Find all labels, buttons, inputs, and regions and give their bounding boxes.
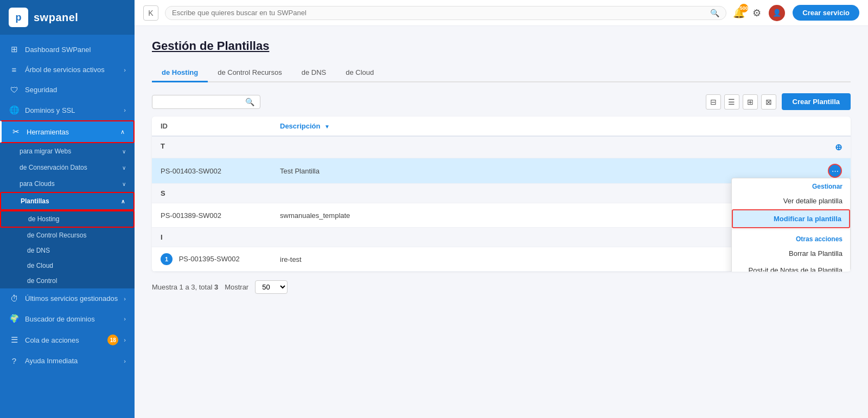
sidebar-item-de-hosting[interactable]: de Hosting xyxy=(0,210,135,228)
group-letter-I: I xyxy=(161,233,163,241)
sidebar-item-de-cloud[interactable]: de Cloud xyxy=(0,258,135,273)
ayuda-arrow-icon: › xyxy=(124,358,126,364)
pagination-mostrar-label: Mostrar xyxy=(225,283,248,291)
page-size-select[interactable]: 50 100 200 xyxy=(255,280,288,294)
sidebar-item-conservacion-label: de Conservación Datos xyxy=(20,164,87,171)
context-menu-ver-detalle[interactable]: Ver detalle plantilla xyxy=(732,192,850,209)
view-grid-button[interactable]: ⊟ xyxy=(706,94,721,110)
group-letter-S: S xyxy=(161,189,165,197)
context-menu-divider xyxy=(732,229,850,230)
col-header-id: ID xyxy=(152,117,271,136)
topbar-actions: 🔔 500 ⚙ 👤 Crear servicio xyxy=(733,5,859,21)
cola-badge: 18 xyxy=(107,335,118,345)
filter-search-icon: 🔍 xyxy=(245,98,254,106)
conservacion-arrow-icon: ∨ xyxy=(122,165,126,171)
pagination-bar: Muestra 1 a 3, total 3 Mostrar 50 100 20… xyxy=(152,280,851,294)
sidebar-item-seguridad[interactable]: 🛡 Seguridad xyxy=(0,80,135,100)
logo-letter: p xyxy=(16,12,22,23)
tab-hosting[interactable]: de Hosting xyxy=(152,64,208,82)
sort-arrow-icon: ▼ xyxy=(324,124,330,130)
context-menu-otras-acciones-label: Otras acciones xyxy=(732,231,850,245)
ayuda-icon: ? xyxy=(9,356,20,365)
sidebar-item-ayuda[interactable]: ? Ayuda Inmediata › xyxy=(0,351,135,371)
buscador-arrow-icon: › xyxy=(124,316,126,322)
sidebar: p swpanel ⊞ Dashboard SWPanel ≡ Árbol de… xyxy=(0,0,135,418)
seguridad-icon: 🛡 xyxy=(9,85,20,94)
plantillas-arrow-icon: ∧ xyxy=(121,198,125,204)
sidebar-item-de-control-label: de Control xyxy=(27,277,57,285)
filter-input[interactable] xyxy=(158,98,241,106)
sidebar-item-cola[interactable]: ☰ Cola de acciones 18 › xyxy=(0,329,135,351)
notifications-badge: 500 xyxy=(739,4,748,12)
crear-servicio-button[interactable]: Crear servicio xyxy=(793,5,859,21)
topbar: K 🔍 🔔 500 ⚙ 👤 Crear servicio xyxy=(135,0,868,26)
sidebar-item-seguridad-label: Seguridad xyxy=(25,86,126,94)
context-menu-gestionar-label: Gestionar xyxy=(732,178,850,192)
context-menu-modificar[interactable]: Modificar la plantilla xyxy=(732,209,850,228)
main-wrapper: K 🔍 🔔 500 ⚙ 👤 Crear servicio Gestión de … xyxy=(135,0,868,418)
sidebar-item-conservacion[interactable]: de Conservación Datos ∨ xyxy=(0,159,135,176)
sidebar-item-ultimos[interactable]: ⏱ Últimos servicios gestionados › xyxy=(0,288,135,308)
sidebar-item-herramientas-label: Herramientas xyxy=(27,128,115,136)
logo-box: p xyxy=(9,8,28,27)
row-action-button-T[interactable]: ⋯ xyxy=(828,164,842,178)
ultimos-icon: ⏱ xyxy=(9,294,20,303)
dominios-icon: 🌐 xyxy=(9,105,20,115)
sidebar-item-migrar[interactable]: para migrar Webs ∨ xyxy=(0,143,135,159)
sidebar-item-clouds[interactable]: para Clouds ∨ xyxy=(0,176,135,192)
herramientas-arrow-icon: ∧ xyxy=(120,128,125,136)
view-table-button[interactable]: ⊠ xyxy=(761,94,776,110)
sidebar-item-herramientas[interactable]: ✂ Herramientas ∧ xyxy=(0,120,135,143)
sidebar-item-de-control-recursos[interactable]: de Control Recursos xyxy=(0,228,135,243)
sidebar-item-dominios[interactable]: 🌐 Dominios y SSL › xyxy=(0,100,135,120)
content-area: Gestión de Plantillas de Hosting de Cont… xyxy=(135,26,868,418)
sidebar-item-plantillas[interactable]: Plantillas ∧ xyxy=(0,192,135,210)
buscador-icon: 🌍 xyxy=(9,314,20,324)
tab-control-recursos[interactable]: de Control Recursos xyxy=(208,64,292,82)
context-menu-postit[interactable]: Post-it de Notas de la Plantilla xyxy=(732,262,850,272)
tab-cloud[interactable]: de Cloud xyxy=(336,64,384,82)
sidebar-item-dashboard[interactable]: ⊞ Dashboard SWPanel xyxy=(0,39,135,60)
search-icon: 🔍 xyxy=(710,9,719,17)
sidebar-item-de-dns-label: de DNS xyxy=(27,247,50,254)
cell-actions: ⋯ Gestionar Ver detalle plantilla Modifi… xyxy=(818,158,851,184)
sidebar-item-de-cloud-label: de Cloud xyxy=(27,262,53,269)
tab-dns[interactable]: de DNS xyxy=(292,64,336,82)
sidebar-item-de-control[interactable]: de Control xyxy=(0,273,135,288)
settings-icon[interactable]: ⚙ xyxy=(752,7,761,19)
sidebar-item-de-dns[interactable]: de DNS xyxy=(0,243,135,258)
group-row-T: T ⊕ xyxy=(152,136,851,158)
view-list-button[interactable]: ☰ xyxy=(724,94,739,110)
sidebar-item-clouds-label: para Clouds xyxy=(20,180,55,188)
sidebar-item-cola-label: Cola de acciones xyxy=(25,336,102,344)
dominios-arrow-icon: › xyxy=(124,107,126,113)
group-T-icon[interactable]: ⊕ xyxy=(835,142,842,152)
group-letter-T: T xyxy=(161,142,165,150)
context-menu-borrar[interactable]: Borrar la Plantilla xyxy=(732,245,850,262)
cell-id: PS-001403-SW002 xyxy=(152,158,271,184)
row-badge: 1 xyxy=(161,253,173,265)
sidebar-item-arbol[interactable]: ≡ Árbol de servicios activos › xyxy=(0,60,135,80)
table-toolbar: 🔍 ⊟ ☰ ⊞ ⊠ Crear Plantilla xyxy=(152,93,851,110)
cell-id: 1 PS-001395-SW002 xyxy=(152,247,271,272)
notifications-icon-wrapper[interactable]: 🔔 500 xyxy=(733,7,745,19)
cola-icon: ☰ xyxy=(9,335,20,345)
logo-text: swpanel xyxy=(34,11,78,24)
cell-id: PS-001389-SW002 xyxy=(152,203,271,228)
sidebar-toggle-button[interactable]: K xyxy=(143,5,158,21)
view-compact-button[interactable]: ⊞ xyxy=(743,94,758,110)
avatar[interactable]: 👤 xyxy=(769,5,785,21)
table-row: PS-001403-SW002 Test Plantilla ⋯ Gestion… xyxy=(152,158,851,184)
sidebar-item-buscador[interactable]: 🌍 Buscador de dominios › xyxy=(0,308,135,329)
herramientas-subnav: para migrar Webs ∨ de Conservación Datos… xyxy=(0,143,135,288)
sidebar-item-ayuda-label: Ayuda Inmediata xyxy=(25,357,118,365)
search-input[interactable] xyxy=(172,9,706,17)
sidebar-item-dominios-label: Dominios y SSL xyxy=(25,106,118,114)
clouds-arrow-icon: ∨ xyxy=(122,181,126,187)
sidebar-item-dashboard-label: Dashboard SWPanel xyxy=(25,46,126,54)
arbol-arrow-icon: › xyxy=(124,67,126,73)
tabs-bar: de Hosting de Control Recursos de DNS de… xyxy=(152,64,851,82)
col-header-descripcion[interactable]: Descripción ▼ xyxy=(271,117,818,136)
crear-plantilla-button[interactable]: Crear Plantilla xyxy=(782,93,851,110)
arbol-icon: ≡ xyxy=(9,65,20,74)
